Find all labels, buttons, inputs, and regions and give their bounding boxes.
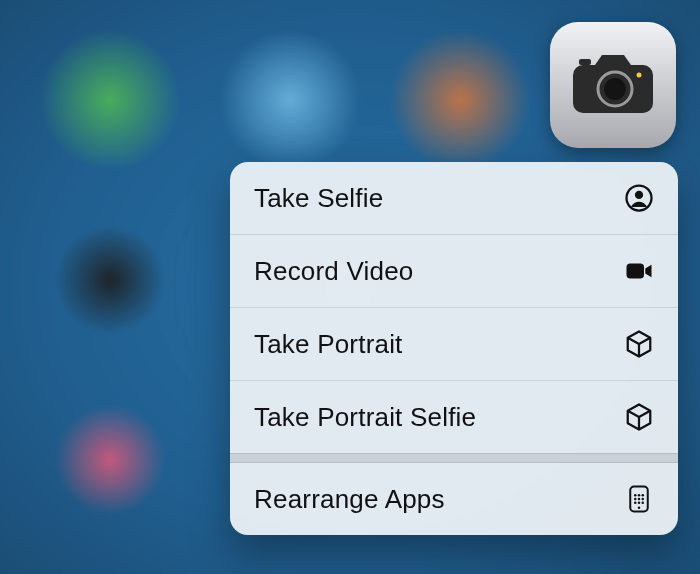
- svg-point-17: [642, 502, 645, 505]
- action-label: Take Portrait: [254, 329, 403, 360]
- cube-icon: [624, 402, 654, 432]
- action-take-portrait[interactable]: Take Portrait: [230, 307, 678, 380]
- svg-rect-1: [579, 59, 591, 65]
- action-take-selfie[interactable]: Take Selfie: [230, 162, 678, 234]
- svg-point-14: [642, 498, 645, 501]
- svg-point-12: [634, 498, 637, 501]
- svg-point-16: [638, 502, 641, 505]
- selfie-icon: [624, 183, 654, 213]
- svg-point-9: [634, 494, 637, 497]
- action-rearrange-apps[interactable]: Rearrange Apps: [230, 463, 678, 535]
- menu-separator: [230, 453, 678, 463]
- action-label: Rearrange Apps: [254, 484, 445, 515]
- action-label: Take Portrait Selfie: [254, 402, 476, 433]
- svg-point-11: [642, 494, 645, 497]
- homescreen-icon: [624, 484, 654, 514]
- quick-actions-menu: Take Selfie Record Video Take Portrait: [230, 162, 678, 535]
- action-take-portrait-selfie[interactable]: Take Portrait Selfie: [230, 380, 678, 453]
- camera-app-icon[interactable]: [550, 22, 676, 148]
- svg-point-6: [635, 191, 643, 199]
- svg-point-4: [637, 73, 642, 78]
- video-icon: [624, 256, 654, 286]
- svg-rect-7: [627, 264, 645, 279]
- svg-point-3: [604, 78, 626, 100]
- svg-point-18: [638, 507, 641, 510]
- svg-point-10: [638, 494, 641, 497]
- action-record-video[interactable]: Record Video: [230, 234, 678, 307]
- home-screen: Take Selfie Record Video Take Portrait: [0, 0, 700, 574]
- cube-icon: [624, 329, 654, 359]
- svg-point-15: [634, 502, 637, 505]
- svg-point-13: [638, 498, 641, 501]
- action-label: Take Selfie: [254, 183, 383, 214]
- action-label: Record Video: [254, 256, 413, 287]
- camera-icon: [569, 53, 657, 117]
